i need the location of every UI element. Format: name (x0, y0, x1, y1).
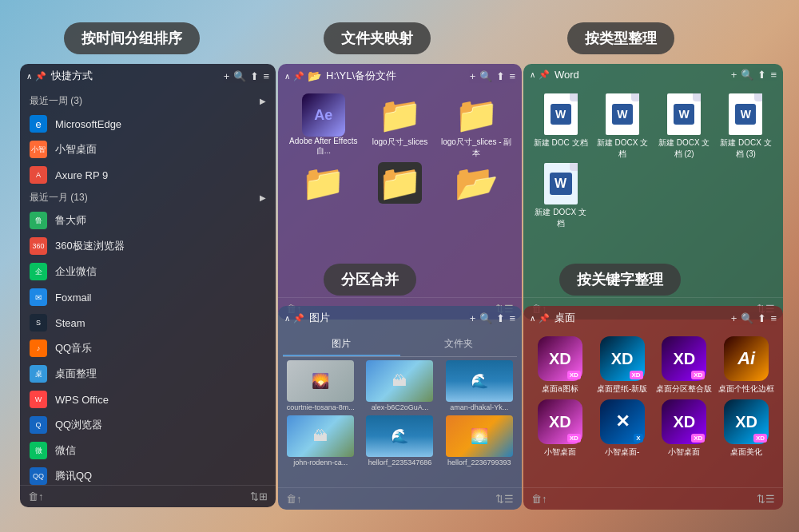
banner-merge: 分区合并 (324, 264, 416, 296)
share-icon[interactable]: ⬆ (496, 70, 505, 82)
image-grid: 🌄 courtnie-tosana-8m... 🏔 alex-b6C2oGuA.… (283, 360, 517, 466)
image-item[interactable]: 🏔 john-rodenn-ca... (283, 415, 358, 466)
list-item[interactable]: 桌 桌面整理 (20, 361, 276, 387)
image-thumb-mountain2: 🏔 (287, 415, 354, 457)
image-item[interactable]: 🏔 alex-b6C2oGuA... (362, 360, 437, 411)
add-icon[interactable]: + (470, 312, 476, 324)
add-icon[interactable]: + (224, 70, 230, 82)
axure-icon: A (30, 166, 47, 184)
month-arrow[interactable]: ▶ (260, 193, 266, 202)
word-item[interactable]: W 新建 DOCX 文档 (531, 163, 590, 229)
folder-emoji-icon: 📂 (308, 69, 321, 82)
up-icon[interactable]: ↑ (542, 493, 547, 505)
list-item[interactable]: QQ 腾讯QQ (20, 463, 276, 485)
share-icon[interactable]: ⬆ (250, 70, 259, 82)
search-icon[interactable]: 🔍 (233, 70, 246, 82)
list-item[interactable]: 微 微信 (20, 438, 276, 463)
search-icon[interactable]: 🔍 (479, 312, 492, 324)
search-icon[interactable]: 🔍 (741, 312, 753, 324)
list-item[interactable]: 鲁 鲁大师 (20, 208, 276, 233)
tab-folders[interactable]: 文件夹 (400, 333, 518, 356)
desktop-item[interactable]: XD XD 桌面美化 (718, 399, 775, 458)
list-item[interactable]: A Axure RP 9 (20, 162, 276, 188)
word-item[interactable]: W 新建 DOCX 文档 (3) (717, 93, 775, 160)
image-item[interactable]: 🌄 courtnie-tosana-8m... (283, 360, 358, 411)
share-icon[interactable]: ⬆ (496, 312, 505, 324)
grid-icon[interactable]: ⊞ (259, 490, 268, 502)
desktop-item[interactable]: ✕ X 小智桌面- (594, 399, 651, 458)
qqbrowser-icon: Q (30, 416, 47, 434)
desktop-app-icon-xd3: XD XD (662, 336, 706, 381)
app-name: 鲁大师 (55, 213, 86, 228)
add-icon[interactable]: + (731, 69, 737, 81)
image-item[interactable]: 🌅 hellorf_2236799393 (442, 415, 517, 466)
folder-item[interactable]: 📁 logo尺寸_slices - 副本 (440, 96, 512, 159)
images-header-icons: + 🔍 ⬆ ≡ (470, 312, 515, 324)
desktop-item[interactable]: XD XD 小智桌面 (531, 399, 589, 458)
list-item[interactable]: S Steam (20, 310, 276, 335)
desktop-panel-header: ∧ 📌 桌面 + 🔍 ⬆ ≡ (523, 306, 783, 330)
trash-icon[interactable]: 🗑 (531, 493, 542, 505)
app-name: 小智桌面 (55, 142, 97, 157)
list-view-icon[interactable]: ☰ (504, 493, 514, 505)
app-name: 微信 (55, 443, 76, 458)
shortcuts-body: 最近一周 (3) ▶ e MicrosoftEdge 小智 小智桌面 A Axu… (20, 88, 276, 485)
menu-icon[interactable]: ≡ (770, 69, 777, 81)
desktop-item[interactable]: XD XD 桌面a图标 (531, 336, 589, 395)
word-item[interactable]: W 新建 DOCX 文档 (593, 93, 651, 160)
sort-icon[interactable]: ⇅ (757, 493, 765, 505)
share-icon[interactable]: ⬆ (757, 312, 766, 324)
trash-icon[interactable]: 🗑 (28, 490, 38, 502)
folder-dark2-icon: 📁 (378, 164, 421, 202)
folder-panel-header: ∧ 📌 📂 H:\YL\备份文件 + 🔍 ⬆ ≡ (278, 64, 522, 88)
list-item[interactable]: W WPS Office (20, 387, 276, 412)
list-view-icon[interactable]: ☰ (765, 493, 775, 505)
list-item[interactable]: e MicrosoftEdge (20, 111, 276, 137)
pin-icon: 📌 (539, 69, 550, 80)
desktop-app-icon-ai: Ai (724, 336, 769, 381)
menu-icon[interactable]: ≡ (509, 312, 515, 324)
desktop-item[interactable]: XD XD 桌面分区整合版 (656, 336, 714, 395)
add-icon[interactable]: + (731, 312, 737, 324)
folder-item[interactable]: 📁 (364, 164, 436, 204)
word-panel-header: ∧ 📌 Word + 🔍 ⬆ ≡ (523, 64, 783, 85)
up-icon[interactable]: ↑ (38, 490, 44, 502)
share-icon[interactable]: ⬆ (757, 69, 766, 81)
folder-item[interactable]: 📁 logo尺寸_slices (364, 96, 436, 159)
pin-icon: 📌 (293, 71, 304, 81)
up-icon[interactable]: ↑ (296, 493, 302, 505)
desktop-item[interactable]: Ai 桌面个性化边框 (718, 336, 775, 395)
menu-icon[interactable]: ≡ (509, 70, 515, 82)
image-thumb-portrait: 🌄 (287, 360, 354, 402)
list-item[interactable]: ✉ Foxmail (20, 284, 276, 310)
desktop-item[interactable]: XD XD 桌面壁纸-新版 (594, 336, 651, 395)
add-icon[interactable]: + (470, 70, 476, 82)
word-item[interactable]: W 新建 DOCX 文档 (2) (655, 93, 714, 160)
folder-item[interactable]: 📂 (440, 164, 512, 204)
word-item[interactable]: W 新建 DOC 文档 (531, 93, 590, 160)
folder-item[interactable]: Ae Adobe After Effects 自... (288, 96, 360, 159)
image-item[interactable]: 🌊 aman-dhakal-Yk... (442, 360, 517, 411)
list-item[interactable]: Q QQ浏览器 (20, 412, 276, 438)
trash-icon[interactable]: 🗑 (286, 493, 296, 505)
image-label: alex-b6C2oGuA... (372, 403, 429, 411)
list-item[interactable]: 小智 小智桌面 (20, 137, 276, 162)
tab-images[interactable]: 图片 (283, 333, 400, 356)
app-name: MicrosoftEdge (55, 118, 121, 130)
desktop-title: 桌面 (555, 311, 728, 325)
week-arrow[interactable]: ▶ (260, 97, 266, 105)
desktop-item-label: 小智桌面 (544, 447, 576, 458)
menu-icon[interactable]: ≡ (770, 312, 777, 324)
list-item[interactable]: 360 360极速浏览器 (20, 233, 276, 259)
desktop-item[interactable]: XD XD 小智桌面 (656, 399, 714, 458)
list-item[interactable]: 企 企业微信 (20, 259, 276, 284)
sort-icon[interactable]: ⇅ (495, 493, 504, 505)
desktop-item-label: 小智桌面- (605, 447, 639, 458)
sort-icon[interactable]: ⇅ (250, 490, 259, 502)
search-icon[interactable]: 🔍 (741, 69, 753, 81)
image-item[interactable]: 🌊 hellorf_2235347686 (362, 415, 437, 466)
folder-item[interactable]: 📁 (288, 164, 360, 204)
list-item[interactable]: ♪ QQ音乐 (20, 335, 276, 361)
menu-icon[interactable]: ≡ (263, 70, 269, 82)
search-icon[interactable]: 🔍 (479, 70, 492, 82)
